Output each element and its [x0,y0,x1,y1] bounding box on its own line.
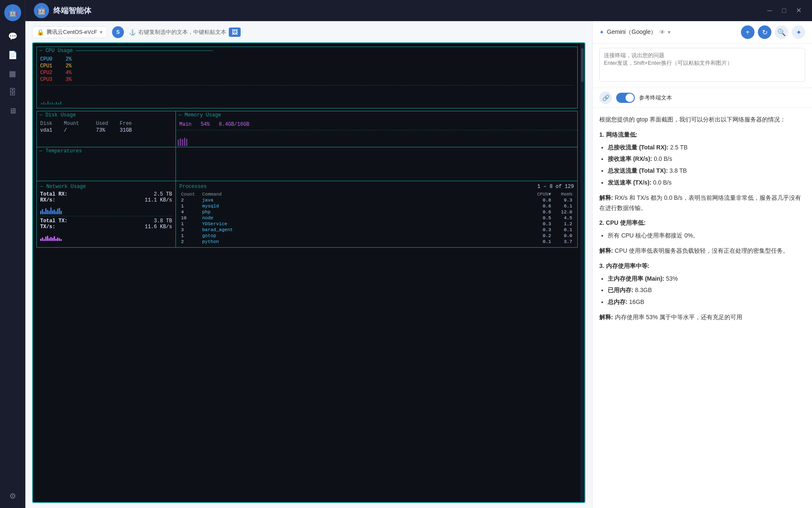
network-section: — Network Usage Total RX: 2.5 TB RX/s: 1… [36,181,176,248]
temp-row: — Temperatures [36,147,578,181]
rx-s-row: RX/s: 11.1 KB/s [40,197,172,203]
proc-command: python [200,239,532,245]
cpu2-label: CPU2 [40,70,61,76]
eye-icon: 👁 [659,29,665,36]
cpu-row-1: CPU1 2% [40,63,574,69]
sidebar: 🤖 💬 📄 ▦ 🗄 🖥 ⚙ [0,0,25,508]
link-icon-button[interactable]: 🔗 [599,91,612,104]
total-rx-label: Total RX: [40,191,68,197]
close-button[interactable]: ✕ [793,6,804,16]
terminal-scrollbar[interactable] [580,43,584,502]
ai-section-1-exp: 解释: RX/s 和 TX/s 都为 0.0 B/s，表明当前网络流量非常低，服… [599,193,805,213]
proc-command: php [200,209,532,215]
ai-panel: ✦ Gemini（Google） 👁 ▾ + ↻ 🔍 ✦ 🔗 [592,21,812,508]
disk-free: 31GB [120,127,137,133]
terminal-inner: — CPU Usage ————————————————————————————… [33,43,584,502]
app-title: 终端智能体 [53,6,91,16]
sidebar-item-chat[interactable]: 💬 [5,29,20,44]
proc-command: YDService [200,221,532,227]
ai-list-item: 发送速率 (TX/s): 0.0 B/s [608,178,805,188]
mem-col-header: Mem% [553,191,574,197]
proc-cpu: 0.5 [532,215,553,221]
ai-input[interactable] [599,48,805,82]
ai-list-item: 接收速率 (RX/s): 0.0 B/s [608,154,805,164]
proc-cpu: 0.8 [532,197,553,203]
add-button[interactable]: + [741,25,754,39]
terminal-container[interactable]: — CPU Usage ————————————————————————————… [32,42,585,503]
ai-section-2-title: 2. CPU 使用率低: [599,218,805,228]
chevron-down-icon: ▾ [100,29,102,35]
ai-section-2-list: 所有 CPU 核心使用率都接近 0%。 [608,231,805,241]
disk-section-header: — Disk Usage [37,111,176,119]
rx-s-label: RX/s: [40,197,55,203]
temp-section-header: — Temperatures [37,147,176,155]
app-logo: 🤖 [34,3,49,18]
cpu3-value: 3% [66,77,71,83]
ai-list-item: 总发送流量 (Total TX): 3.8 TB [608,166,805,176]
cpu-section: — CPU Usage ————————————————————————————… [36,47,578,108]
disk-row-0: vda1 / 73% 31GB [40,127,172,133]
proc-header: Processes 1 – 8 of 129 [179,184,574,190]
minimize-button[interactable]: ─ [765,6,775,16]
monitor-icon: 🖥 [9,107,16,116]
cpu2-value: 4% [66,70,71,76]
star-button[interactable]: ✦ [792,25,805,39]
proc-count: 2 [179,197,200,203]
memory-section-header: — Memory Usage [176,111,577,119]
server-selector[interactable]: 🔒 腾讯云CentOS-eVcF ▾ [32,26,107,38]
tx-s-row: TX/s: 11.6 KB/s [40,224,172,230]
net-proc-row: — Network Usage Total RX: 2.5 TB RX/s: 1… [36,181,578,248]
proc-count: 1 [179,221,200,227]
grid-icon: ▦ [9,69,16,78]
sidebar-avatar[interactable]: 🤖 [4,4,21,21]
proc-cpu: 0.6 [532,209,553,215]
maximize-button[interactable]: □ [779,6,789,16]
table-row: 3 barad_agent 0.3 0.1 [179,227,574,233]
ai-list-item: 主内存使用率 (Main): 53% [608,274,805,284]
terminal-text-toggle[interactable] [616,93,635,103]
mem-label: Main 54% 8.4GB/16GB [179,121,250,127]
table-row: 2 java 0.8 9.3 [179,197,574,203]
ai-intro: 根据您提供的 gtop 界面截图，我们可以分析出以下网络服务器的情况： [599,115,805,125]
search-button[interactable]: 🔍 [775,25,788,39]
model-name: Gemini（Google） [607,28,657,36]
used-col-header: Used [96,121,113,127]
lock-icon: 🔒 [37,29,44,36]
proc-cpu: 0.3 [532,221,553,227]
proc-mem: 1.2 [553,221,574,227]
sidebar-item-db[interactable]: 🗄 [5,85,20,100]
image-icon[interactable]: 🖼 [229,28,241,37]
temp-graph-area [176,147,578,181]
ai-toggle-row: 🔗 参考终端文本 [593,88,812,108]
sidebar-item-settings[interactable]: ⚙ [5,489,20,504]
sidebar-item-grid[interactable]: ▦ [5,66,20,81]
command-col-header: Command [200,191,532,197]
cpu0-label: CPU0 [40,56,61,62]
memory-section: — Memory Usage Main 54% 8.4GB/16GB [176,111,578,147]
refresh-button[interactable]: ↻ [758,25,771,39]
scrollbar-thumb[interactable] [581,48,584,82]
table-row: 1 YDService 0.3 1.2 [179,221,574,227]
proc-mem: 0.1 [553,227,574,233]
ai-input-area [593,44,812,88]
free-col-header: Free [120,121,137,127]
processes-section: Processes 1 – 8 of 129 Count Command CPU… [176,181,578,248]
table-row: 1 gotop 0.2 0.0 [179,233,574,239]
tx-graph [40,232,172,241]
robot-icon: 🤖 [8,9,17,17]
ai-list-item: 所有 CPU 核心使用率都接近 0%。 [608,231,805,241]
sidebar-item-monitor[interactable]: 🖥 [5,103,20,119]
cpu-row-0: CPU0 2% [40,56,574,62]
proc-table-header: Count Command CPU%▼ Mem% [179,191,574,197]
sidebar-item-file[interactable]: 📄 [5,47,20,63]
proc-mem: 12.0 [553,209,574,215]
terminal-panel: 🔒 腾讯云CentOS-eVcF ▾ S ⚓ 右键复制选中的文本，中键粘贴文本 … [25,21,592,508]
app-area: 🔒 腾讯云CentOS-eVcF ▾ S ⚓ 右键复制选中的文本，中键粘贴文本 … [25,21,812,508]
user-avatar[interactable]: S [112,26,124,38]
rx-s-val: 11.1 KB/s [145,197,172,203]
proc-cpu: 0.3 [532,227,553,233]
settings-icon: ⚙ [9,491,16,501]
proc-mem: 9.3 [553,197,574,203]
ai-toolbar: ✦ Gemini（Google） 👁 ▾ + ↻ 🔍 ✦ [593,21,812,44]
cpu0-value: 2% [66,56,71,62]
